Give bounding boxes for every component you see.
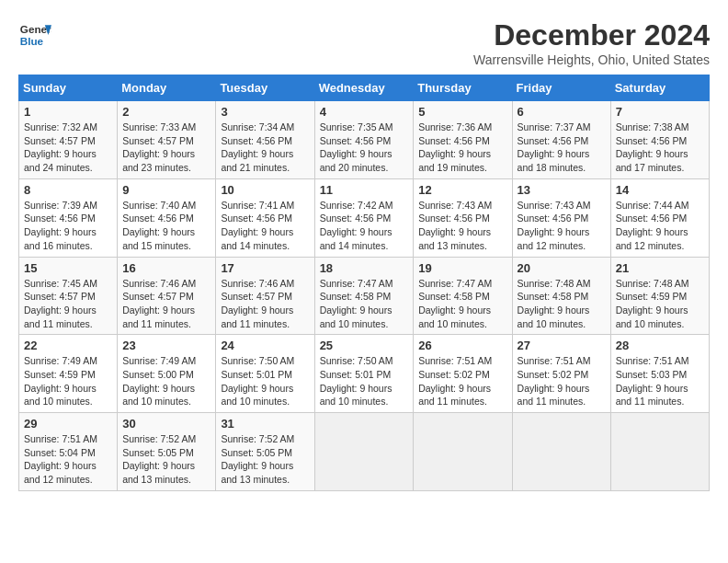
day-number: 29 [24, 417, 112, 431]
day-info: Sunrise: 7:51 AM Sunset: 5:03 PM Dayligh… [616, 354, 704, 408]
day-number: 21 [616, 261, 704, 275]
day-info: Sunrise: 7:44 AM Sunset: 4:56 PM Dayligh… [616, 199, 704, 253]
calendar-cell: 20 Sunrise: 7:48 AM Sunset: 4:58 PM Dayl… [512, 257, 610, 335]
calendar-week-row: 22 Sunrise: 7:49 AM Sunset: 4:59 PM Dayl… [19, 335, 710, 413]
calendar-cell: 9 Sunrise: 7:40 AM Sunset: 4:56 PM Dayli… [118, 178, 216, 257]
day-number: 9 [122, 183, 210, 197]
calendar-cell: 6 Sunrise: 7:37 AM Sunset: 4:56 PM Dayli… [512, 101, 610, 179]
calendar-table: SundayMondayTuesdayWednesdayThursdayFrid… [18, 75, 710, 491]
day-info: Sunrise: 7:43 AM Sunset: 4:56 PM Dayligh… [518, 199, 606, 253]
calendar-cell: 25 Sunrise: 7:50 AM Sunset: 5:01 PM Dayl… [314, 335, 414, 413]
day-number: 30 [122, 417, 210, 431]
day-info: Sunrise: 7:49 AM Sunset: 4:59 PM Dayligh… [24, 354, 112, 408]
calendar-cell: 31 Sunrise: 7:52 AM Sunset: 5:05 PM Dayl… [216, 413, 314, 491]
day-info: Sunrise: 7:52 AM Sunset: 5:05 PM Dayligh… [122, 432, 210, 487]
weekday-header-row: SundayMondayTuesdayWednesdayThursdayFrid… [19, 75, 710, 101]
calendar-cell: 22 Sunrise: 7:49 AM Sunset: 4:59 PM Dayl… [19, 335, 118, 413]
day-number: 2 [122, 105, 210, 119]
calendar-cell: 5 Sunrise: 7:36 AM Sunset: 4:56 PM Dayli… [414, 101, 512, 179]
day-number: 18 [320, 261, 409, 275]
weekday-header: Monday [118, 75, 216, 101]
day-info: Sunrise: 7:45 AM Sunset: 4:57 PM Dayligh… [24, 277, 112, 331]
day-number: 23 [122, 339, 210, 352]
calendar-cell: 13 Sunrise: 7:43 AM Sunset: 4:56 PM Dayl… [512, 178, 610, 257]
calendar-cell: 8 Sunrise: 7:39 AM Sunset: 4:56 PM Dayli… [19, 178, 118, 257]
day-number: 17 [221, 261, 309, 275]
day-info: Sunrise: 7:32 AM Sunset: 4:57 PM Dayligh… [24, 121, 112, 175]
title-block: December 2024 Warrensville Heights, Ohio… [473, 18, 710, 67]
day-info: Sunrise: 7:36 AM Sunset: 4:56 PM Dayligh… [418, 121, 506, 175]
day-number: 8 [24, 183, 112, 197]
location: Warrensville Heights, Ohio, United State… [473, 52, 710, 67]
day-info: Sunrise: 7:51 AM Sunset: 5:04 PM Dayligh… [24, 432, 112, 487]
weekday-header: Wednesday [314, 75, 414, 101]
calendar-cell: 12 Sunrise: 7:43 AM Sunset: 4:56 PM Dayl… [414, 178, 512, 257]
day-info: Sunrise: 7:52 AM Sunset: 5:05 PM Dayligh… [221, 432, 309, 487]
day-number: 15 [24, 261, 112, 275]
day-info: Sunrise: 7:48 AM Sunset: 4:59 PM Dayligh… [616, 277, 704, 331]
day-info: Sunrise: 7:51 AM Sunset: 5:02 PM Dayligh… [518, 354, 606, 408]
calendar-cell: 19 Sunrise: 7:47 AM Sunset: 4:58 PM Dayl… [414, 257, 512, 335]
calendar-cell: 18 Sunrise: 7:47 AM Sunset: 4:58 PM Dayl… [314, 257, 414, 335]
day-number: 12 [418, 183, 506, 197]
calendar-cell [610, 413, 709, 491]
calendar-cell: 23 Sunrise: 7:49 AM Sunset: 5:00 PM Dayl… [118, 335, 216, 413]
logo-icon: General Blue [18, 18, 51, 52]
calendar-cell: 2 Sunrise: 7:33 AM Sunset: 4:57 PM Dayli… [118, 101, 216, 179]
day-number: 19 [418, 261, 506, 275]
calendar-cell: 26 Sunrise: 7:51 AM Sunset: 5:02 PM Dayl… [414, 335, 512, 413]
weekday-header: Friday [512, 75, 610, 101]
calendar-cell: 29 Sunrise: 7:51 AM Sunset: 5:04 PM Dayl… [19, 413, 118, 491]
day-number: 3 [221, 105, 309, 119]
day-info: Sunrise: 7:41 AM Sunset: 4:56 PM Dayligh… [221, 199, 309, 253]
day-info: Sunrise: 7:50 AM Sunset: 5:01 PM Dayligh… [320, 354, 409, 408]
day-number: 13 [518, 183, 606, 197]
calendar-week-row: 8 Sunrise: 7:39 AM Sunset: 4:56 PM Dayli… [19, 178, 710, 257]
day-info: Sunrise: 7:43 AM Sunset: 4:56 PM Dayligh… [418, 199, 506, 253]
page-header: General Blue December 2024 Warrensville … [18, 18, 710, 67]
day-number: 31 [221, 417, 309, 431]
calendar-cell [314, 413, 414, 491]
day-info: Sunrise: 7:50 AM Sunset: 5:01 PM Dayligh… [221, 354, 309, 408]
day-info: Sunrise: 7:47 AM Sunset: 4:58 PM Dayligh… [320, 277, 409, 331]
weekday-header: Sunday [19, 75, 118, 101]
day-number: 14 [616, 183, 704, 197]
calendar-cell: 7 Sunrise: 7:38 AM Sunset: 4:56 PM Dayli… [610, 101, 709, 179]
day-number: 25 [320, 339, 409, 352]
weekday-header: Thursday [414, 75, 512, 101]
day-number: 26 [418, 339, 506, 352]
day-number: 24 [221, 339, 309, 352]
day-info: Sunrise: 7:51 AM Sunset: 5:02 PM Dayligh… [418, 354, 506, 408]
calendar-week-row: 15 Sunrise: 7:45 AM Sunset: 4:57 PM Dayl… [19, 257, 710, 335]
svg-text:Blue: Blue [20, 35, 44, 47]
weekday-header: Saturday [610, 75, 709, 101]
day-number: 7 [616, 105, 704, 119]
day-number: 11 [320, 183, 409, 197]
calendar-week-row: 29 Sunrise: 7:51 AM Sunset: 5:04 PM Dayl… [19, 413, 710, 491]
day-info: Sunrise: 7:35 AM Sunset: 4:56 PM Dayligh… [320, 121, 409, 175]
calendar-cell: 4 Sunrise: 7:35 AM Sunset: 4:56 PM Dayli… [314, 101, 414, 179]
calendar-cell: 30 Sunrise: 7:52 AM Sunset: 5:05 PM Dayl… [118, 413, 216, 491]
calendar-cell: 16 Sunrise: 7:46 AM Sunset: 4:57 PM Dayl… [118, 257, 216, 335]
calendar-cell [414, 413, 512, 491]
calendar-cell: 15 Sunrise: 7:45 AM Sunset: 4:57 PM Dayl… [19, 257, 118, 335]
logo: General Blue [18, 18, 51, 52]
day-number: 10 [221, 183, 309, 197]
month-title: December 2024 [473, 18, 710, 52]
day-info: Sunrise: 7:47 AM Sunset: 4:58 PM Dayligh… [418, 277, 506, 331]
calendar-cell: 11 Sunrise: 7:42 AM Sunset: 4:56 PM Dayl… [314, 178, 414, 257]
calendar-cell: 3 Sunrise: 7:34 AM Sunset: 4:56 PM Dayli… [216, 101, 314, 179]
calendar-week-row: 1 Sunrise: 7:32 AM Sunset: 4:57 PM Dayli… [19, 101, 710, 179]
calendar-cell: 10 Sunrise: 7:41 AM Sunset: 4:56 PM Dayl… [216, 178, 314, 257]
calendar-cell: 1 Sunrise: 7:32 AM Sunset: 4:57 PM Dayli… [19, 101, 118, 179]
day-info: Sunrise: 7:34 AM Sunset: 4:56 PM Dayligh… [221, 121, 309, 175]
day-info: Sunrise: 7:40 AM Sunset: 4:56 PM Dayligh… [122, 199, 210, 253]
day-info: Sunrise: 7:37 AM Sunset: 4:56 PM Dayligh… [518, 121, 606, 175]
day-info: Sunrise: 7:42 AM Sunset: 4:56 PM Dayligh… [320, 199, 409, 253]
day-info: Sunrise: 7:38 AM Sunset: 4:56 PM Dayligh… [616, 121, 704, 175]
day-number: 27 [518, 339, 606, 352]
calendar-cell: 24 Sunrise: 7:50 AM Sunset: 5:01 PM Dayl… [216, 335, 314, 413]
day-number: 6 [518, 105, 606, 119]
day-info: Sunrise: 7:48 AM Sunset: 4:58 PM Dayligh… [518, 277, 606, 331]
calendar-cell: 28 Sunrise: 7:51 AM Sunset: 5:03 PM Dayl… [610, 335, 709, 413]
